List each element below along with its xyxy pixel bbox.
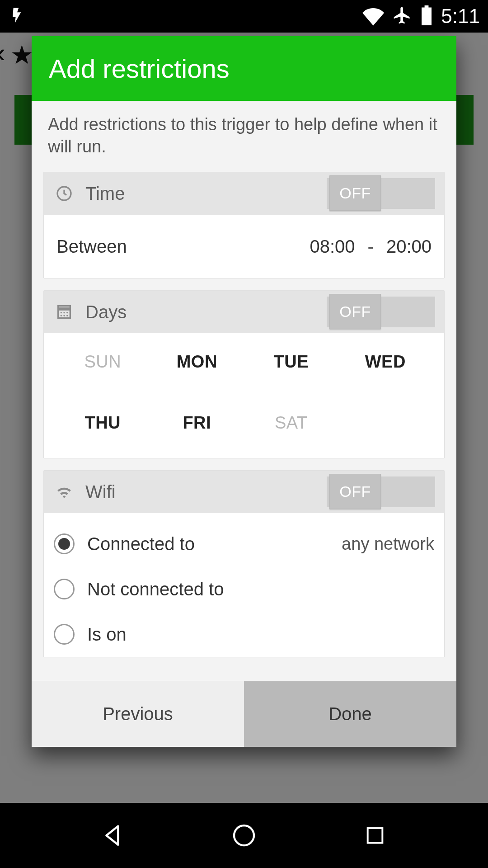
status-clock: 5:11	[441, 5, 480, 28]
time-between-label: Between	[56, 236, 310, 257]
day-wed[interactable]: WED	[338, 352, 433, 372]
time-end: 20:00	[386, 236, 432, 257]
radio-icon	[54, 624, 75, 645]
wifi-icon	[362, 5, 384, 28]
battery-icon	[420, 5, 433, 27]
wifi-option-label: Is on	[87, 624, 434, 645]
wifi-option-is-on[interactable]: Is on	[54, 612, 434, 657]
flash-icon	[8, 6, 26, 26]
wifi-option-label: Connected to	[87, 534, 342, 554]
nav-back-button[interactable]	[96, 818, 131, 853]
svg-point-8	[66, 315, 68, 316]
day-thu[interactable]: THU	[56, 413, 150, 433]
radio-icon	[54, 579, 75, 599]
wifi-section-icon	[53, 482, 75, 501]
day-fri[interactable]: FRI	[150, 413, 244, 433]
dialog-title: Add restrictions	[32, 36, 456, 101]
wifi-option-connected-to[interactable]: Connected to any network	[54, 521, 434, 566]
days-title: Days	[85, 302, 327, 322]
svg-point-6	[61, 315, 62, 316]
add-restrictions-dialog: Add restrictions Add restrictions to thi…	[32, 36, 456, 747]
wifi-section-header: Wifi OFF	[44, 471, 444, 513]
calendar-icon	[53, 303, 75, 321]
time-start: 08:00	[310, 236, 355, 257]
time-toggle-label: OFF	[329, 175, 381, 211]
time-separator: -	[368, 236, 374, 257]
days-section-header: Days OFF	[44, 291, 444, 333]
dialog-footer: Previous Done	[32, 681, 456, 747]
day-sat[interactable]: SAT	[244, 413, 338, 433]
days-toggle-label: OFF	[329, 294, 381, 329]
svg-point-9	[234, 826, 254, 845]
time-title: Time	[85, 184, 327, 204]
svg-rect-10	[367, 828, 382, 843]
wifi-toggle[interactable]: OFF	[327, 476, 435, 507]
wifi-title: Wifi	[85, 482, 327, 502]
airplane-icon	[392, 5, 412, 27]
day-tue[interactable]: TUE	[244, 352, 338, 372]
svg-point-3	[61, 312, 62, 313]
svg-rect-0	[423, 9, 431, 24]
days-section: Days OFF SUN MON TUE WED THU FRI SAT	[43, 290, 445, 458]
done-button[interactable]: Done	[244, 681, 456, 747]
day-sun[interactable]: SUN	[56, 352, 150, 372]
time-toggle[interactable]: OFF	[327, 178, 435, 209]
svg-point-5	[66, 312, 68, 313]
clock-icon	[53, 184, 75, 203]
time-between-row[interactable]: Between 08:00 - 20:00	[44, 215, 444, 278]
days-toggle[interactable]: OFF	[327, 297, 435, 327]
nav-recent-button[interactable]	[357, 818, 393, 853]
previous-button[interactable]: Previous	[32, 681, 244, 747]
svg-point-7	[63, 315, 65, 316]
svg-point-4	[63, 312, 65, 313]
day-mon[interactable]: MON	[150, 352, 244, 372]
dialog-description: Add restrictions to this trigger to help…	[32, 101, 456, 172]
wifi-option-value: any network	[342, 534, 434, 554]
statusbar: 5:11	[0, 0, 488, 33]
nav-home-button[interactable]	[226, 818, 262, 853]
wifi-option-label: Not connected to	[87, 579, 434, 599]
time-section: Time OFF Between 08:00 - 20:00	[43, 172, 445, 278]
navbar	[0, 803, 488, 868]
radio-icon	[54, 533, 75, 554]
wifi-toggle-label: OFF	[329, 474, 381, 509]
wifi-section: Wifi OFF Connected to any network	[43, 470, 445, 657]
time-section-header: Time OFF	[44, 172, 444, 215]
wifi-option-not-connected-to[interactable]: Not connected to	[54, 566, 434, 612]
